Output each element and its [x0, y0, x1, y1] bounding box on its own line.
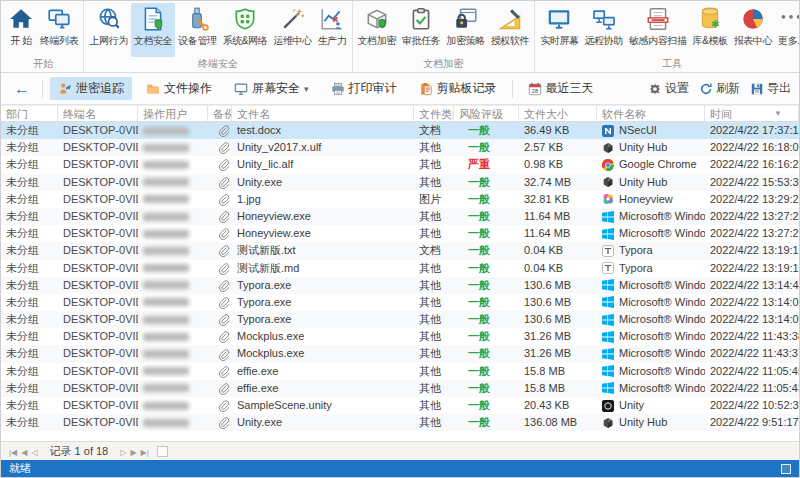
- ribbon-item-terminal-list[interactable]: 终端列表: [37, 3, 81, 57]
- ribbon-item-more[interactable]: 更多...: [775, 3, 799, 57]
- pager-extra-button[interactable]: [157, 446, 168, 457]
- ribbon-item-system-network[interactable]: 系统&网络: [220, 3, 271, 57]
- export-button[interactable]: 导出: [750, 80, 791, 97]
- settings-button[interactable]: 设置: [648, 80, 689, 97]
- header-cell-2[interactable]: 操作用户: [138, 106, 208, 121]
- pager-next-button-2[interactable]: ▶|: [139, 448, 151, 457]
- header-cell-0[interactable]: 部门: [1, 106, 58, 121]
- table-row[interactable]: 未分组DESKTOP-0VIDMDJUnity_v2017.x.ulf其他一般2…: [1, 139, 799, 156]
- action-label: 导出: [767, 80, 791, 97]
- header-cell-8[interactable]: 软件名称: [597, 106, 705, 121]
- ribbon-item-remote-assist[interactable]: 远程协助: [582, 3, 626, 57]
- windows-icon: [602, 365, 614, 377]
- table-row[interactable]: 未分组DESKTOP-0VIDMDJHoneyview.exe其他一般11.64…: [1, 225, 799, 242]
- pager-next-button-1[interactable]: ▶: [128, 448, 138, 457]
- software-name: Microsoft® Windows® Oper...: [619, 225, 705, 242]
- subtab-print-audit[interactable]: 打印审计: [323, 77, 405, 100]
- ribbon-item-ops-center[interactable]: 运维中心: [270, 3, 314, 57]
- cell-time: 2022/4/22 15:53:32: [705, 174, 799, 191]
- table-row[interactable]: 未分组DESKTOP-0VIDMDJUnity.exe其他一般32.74 MBU…: [1, 174, 799, 191]
- subtab-clipboard-record[interactable]: 剪贴板记录: [411, 77, 505, 100]
- cell-file-size: 0.04 KB: [519, 260, 597, 277]
- ribbon-group-label: 文档加密: [355, 57, 533, 72]
- toolbar-separator: [512, 80, 513, 98]
- cell-backup: [208, 174, 232, 191]
- cell-file-type: 其他: [414, 311, 454, 328]
- ribbon-item-report-center[interactable]: 报表中心: [731, 3, 775, 57]
- cell-software: Microsoft® Windows® Oper...: [597, 380, 705, 397]
- table-row[interactable]: 未分组DESKTOP-0VIDMDJeffie.exe其他一般15.8 MBMi…: [1, 380, 799, 397]
- pager-prev-button-2[interactable]: ◁: [29, 448, 39, 457]
- cell-department: 未分组: [1, 260, 58, 277]
- subtab-leak-trace[interactable]: 泄密追踪: [50, 77, 132, 100]
- table-row[interactable]: 未分组DESKTOP-0VIDMDJeffie.exe其他一般15.8 MBMi…: [1, 363, 799, 380]
- table-row[interactable]: 未分组DESKTOP-0VIDMDJMockplus.exe其他一般31.26 …: [1, 345, 799, 362]
- cell-time: 2022/4/22 9:51:17: [705, 414, 799, 431]
- table-row[interactable]: 未分组DESKTOP-0VIDMDJSampleScene.unity其他一般2…: [1, 397, 799, 414]
- ribbon-item-doc-encrypt[interactable]: 文档加密: [355, 3, 399, 57]
- header-cell-4[interactable]: 文件名: [232, 106, 414, 121]
- ribbon-item-realtime-screen[interactable]: 实时屏幕: [537, 3, 581, 57]
- ribbon-item-device-manage[interactable]: 设备管理: [175, 3, 219, 57]
- operator-redacted: [143, 161, 189, 169]
- table-row[interactable]: 未分组DESKTOP-0VIDMDJMockplus.exe其他一般31.26 …: [1, 328, 799, 345]
- header-cell-6[interactable]: 风险评级: [454, 106, 519, 121]
- cell-software: Microsoft® Windows® Oper...: [597, 345, 705, 362]
- sort-indicator-icon[interactable]: ▼: [774, 106, 782, 121]
- ribbon-item-web-behavior[interactable]: 上网行为: [86, 3, 130, 57]
- back-button[interactable]: ←: [9, 78, 35, 100]
- cell-software: Microsoft® Windows® Oper...: [597, 277, 705, 294]
- pager-prev-button-1[interactable]: ◀: [19, 448, 29, 457]
- row-actions-button[interactable]: ...: [783, 122, 794, 139]
- table-row[interactable]: 未分组DESKTOP-0VIDMDJUnity.exe其他一般136.08 MB…: [1, 414, 799, 431]
- cell-department: 未分组: [1, 208, 58, 225]
- cell-risk-level: 严重: [454, 156, 519, 173]
- ribbon-item-library-template[interactable]: 库&模板: [690, 3, 731, 57]
- paperclip-icon: [213, 141, 230, 154]
- ribbon-item-sensitive-scan[interactable]: 敏感内容扫描: [626, 3, 690, 57]
- refresh-button[interactable]: 刷新: [699, 80, 740, 97]
- table-row[interactable]: 未分组DESKTOP-0VIDMDJtest.docx文档一般36.49 KBN…: [1, 122, 799, 139]
- ribbon-item-productivity[interactable]: 生产力: [315, 3, 350, 57]
- table-row[interactable]: 未分组DESKTOP-0VIDMDJTypora.exe其他一般130.6 MB…: [1, 311, 799, 328]
- ribbon-item-label: 系统&网络: [223, 34, 268, 48]
- subtab-file-ops[interactable]: 文件操作: [138, 77, 220, 100]
- table-row[interactable]: 未分组DESKTOP-0VIDMDJTypora.exe其他一般130.6 MB…: [1, 294, 799, 311]
- header-cell-3[interactable]: 备份: [208, 106, 232, 121]
- subtab-screen-security[interactable]: 屏幕安全▾: [226, 77, 317, 100]
- table-empty-area: [1, 431, 799, 441]
- ribbon-item-approval-tasks[interactable]: 审批任务: [399, 3, 443, 57]
- ribbon-item-encrypt-policy[interactable]: 加密策略: [443, 3, 487, 57]
- header-cell-9[interactable]: 时间▼: [705, 106, 799, 121]
- table-row[interactable]: 未分组DESKTOP-0VIDMDJ测试新版.md其他一般0.04 KBTypo…: [1, 260, 799, 277]
- cell-time: 2022/4/22 11:05:45: [705, 363, 799, 380]
- cell-file-size: 15.8 MB: [519, 363, 597, 380]
- cell-file-type: 其他: [414, 414, 454, 431]
- operator-redacted: [143, 419, 189, 427]
- table-row[interactable]: 未分组DESKTOP-0VIDMDJTypora.exe其他一般130.6 MB…: [1, 277, 799, 294]
- pager-prev-button-0[interactable]: |◀: [7, 448, 19, 457]
- header-label: 软件名称: [602, 108, 646, 120]
- authorized-software-icon: [497, 6, 523, 32]
- header-cell-7[interactable]: 文件大小: [519, 106, 597, 121]
- cell-time: 2022/4/22 13:27:25: [705, 208, 799, 225]
- cell-backup: [208, 122, 232, 139]
- ribbon-item-doc-security[interactable]: 文档安全: [131, 3, 175, 57]
- cell-file-name: 测试新版.txt: [232, 242, 414, 259]
- cell-file-name: Typora.exe: [232, 311, 414, 328]
- table-row[interactable]: 未分组DESKTOP-0VIDMDJHoneyview.exe其他一般11.64…: [1, 208, 799, 225]
- software-name: NSecUI: [619, 122, 657, 139]
- header-cell-5[interactable]: 文件类型: [414, 106, 454, 121]
- table-row[interactable]: 未分组DESKTOP-0VIDMDJ1.jpg图片一般32.81 KBHoney…: [1, 191, 799, 208]
- pager-next-button-0[interactable]: ▷: [118, 448, 128, 457]
- ribbon-item-home[interactable]: 开 始: [5, 3, 37, 57]
- cell-file-type: 其他: [414, 345, 454, 362]
- table-row[interactable]: 未分组DESKTOP-0VIDMDJ测试新版.txt文档一般0.04 KBTyp…: [1, 242, 799, 259]
- header-cell-1[interactable]: 终端名: [58, 106, 138, 121]
- cell-backup: [208, 328, 232, 345]
- cell-file-name: Unity_lic.alf: [232, 156, 414, 173]
- table-row[interactable]: 未分组DESKTOP-0VIDMDJUnity_lic.alf其他严重0.98 …: [1, 156, 799, 173]
- ribbon-item-authorized-software[interactable]: 授权软件: [488, 3, 532, 57]
- date-filter-button[interactable]: 28最近三天: [520, 77, 602, 100]
- cell-backup: [208, 363, 232, 380]
